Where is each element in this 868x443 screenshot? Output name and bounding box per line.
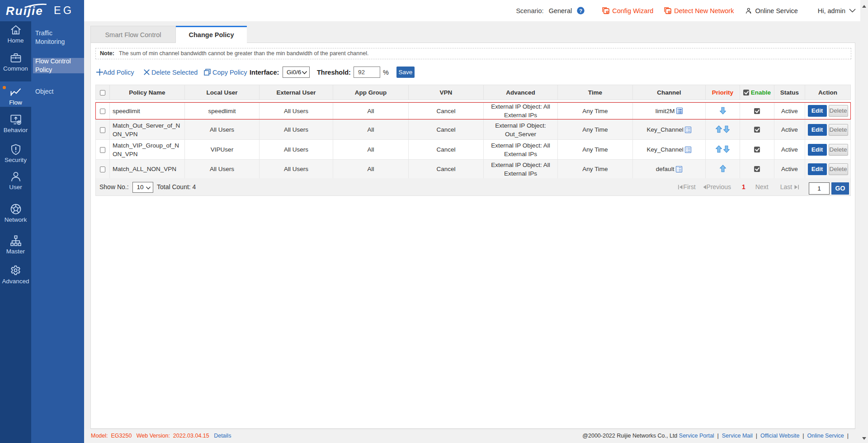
svg-text:EG: EG xyxy=(54,5,74,16)
svg-text:?: ? xyxy=(579,8,582,14)
svg-text:Ruijie: Ruijie xyxy=(6,4,43,18)
